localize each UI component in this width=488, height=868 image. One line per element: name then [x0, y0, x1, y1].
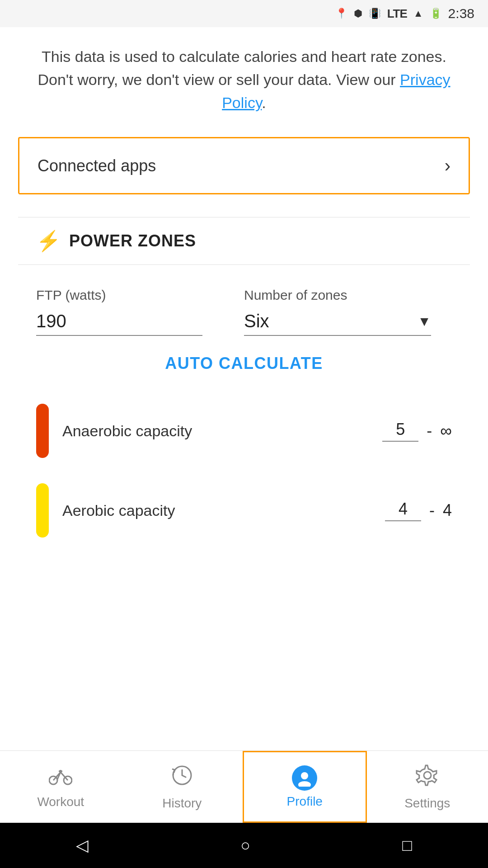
workout-label: Workout	[37, 795, 84, 809]
anaerobic-end: ∞	[440, 421, 452, 440]
auto-calculate-section: AUTO CALCULATE	[36, 354, 452, 373]
history-icon	[170, 764, 194, 793]
main-content: This data is used to calculate calories …	[0, 27, 488, 550]
zones-label: Number of zones	[244, 288, 452, 303]
back-button[interactable]: ◁	[76, 836, 89, 855]
vibrate-icon: 📳	[369, 8, 381, 19]
svg-point-9	[298, 781, 311, 787]
signal-icon: ▲	[413, 8, 423, 19]
anaerobic-values: 5 - ∞	[382, 420, 452, 442]
aerobic-values: 4 - 4	[385, 500, 452, 521]
section-divider	[18, 217, 470, 217]
aerobic-color-bar	[36, 483, 49, 538]
svg-point-8	[301, 772, 308, 779]
battery-icon: 🔋	[430, 8, 442, 19]
auto-calculate-button[interactable]: AUTO CALCULATE	[165, 354, 323, 373]
nav-item-workout[interactable]: Workout	[0, 751, 122, 823]
zones-value: Six	[244, 311, 418, 331]
svg-point-6	[59, 770, 62, 773]
profile-label: Profile	[287, 794, 323, 809]
settings-label: Settings	[404, 796, 450, 811]
status-icons: 📍 ⬢ 📳 LTE ▲ 🔋 2:38	[335, 6, 474, 21]
connected-apps-button[interactable]: Connected apps ›	[18, 137, 470, 194]
android-nav-bar: ◁ ○ □	[0, 823, 488, 868]
zone-item-aerobic: Aerobic capacity 4 - 4	[18, 471, 470, 550]
anaerobic-color-bar	[36, 404, 49, 458]
workout-icon	[49, 765, 72, 791]
zones-field-group: Number of zones Six ▼	[244, 288, 452, 336]
bottom-nav: Workout History Profile	[0, 750, 488, 823]
ftp-input[interactable]: 190	[36, 311, 202, 336]
profile-avatar-icon	[292, 765, 317, 791]
anaerobic-start[interactable]: 5	[382, 420, 418, 442]
fields-row: FTP (watts) 190 Number of zones Six ▼	[18, 278, 470, 340]
svg-point-10	[424, 772, 431, 779]
bluetooth-icon: ⬢	[354, 8, 362, 19]
chevron-right-icon: ›	[445, 156, 450, 176]
zone-item-anaerobic: Anaerobic capacity 5 - ∞	[18, 391, 470, 471]
power-zones-header: ⚡ POWER ZONES	[18, 231, 470, 251]
location-icon: 📍	[335, 8, 347, 19]
dropdown-arrow-icon: ▼	[418, 314, 431, 329]
aerobic-start[interactable]: 4	[385, 500, 421, 521]
anaerobic-label: Anaerobic capacity	[62, 422, 369, 440]
nav-item-profile[interactable]: Profile	[243, 751, 367, 823]
ftp-label: FTP (watts)	[36, 288, 244, 303]
nav-item-settings[interactable]: Settings	[367, 751, 488, 823]
settings-icon	[416, 764, 439, 793]
ftp-field-group: FTP (watts) 190	[36, 288, 244, 336]
lte-icon: LTE	[387, 7, 407, 21]
history-label: History	[162, 796, 202, 811]
aerobic-dash: -	[429, 501, 435, 520]
zones-select[interactable]: Six ▼	[244, 311, 431, 336]
power-zones-title: POWER ZONES	[69, 231, 196, 250]
lightning-icon: ⚡	[36, 231, 61, 251]
connected-apps-label: Connected apps	[38, 156, 156, 175]
aerobic-end: 4	[443, 501, 452, 520]
privacy-description: This data is used to calculate calories …	[18, 45, 470, 114]
recent-button[interactable]: □	[402, 836, 412, 855]
status-time: 2:38	[448, 6, 474, 21]
status-bar: 📍 ⬢ 📳 LTE ▲ 🔋 2:38	[0, 0, 488, 27]
home-button[interactable]: ○	[240, 836, 250, 855]
nav-item-history[interactable]: History	[122, 751, 243, 823]
aerobic-label: Aerobic capacity	[62, 502, 371, 519]
anaerobic-dash: -	[427, 421, 432, 440]
section-divider-2	[18, 264, 470, 265]
